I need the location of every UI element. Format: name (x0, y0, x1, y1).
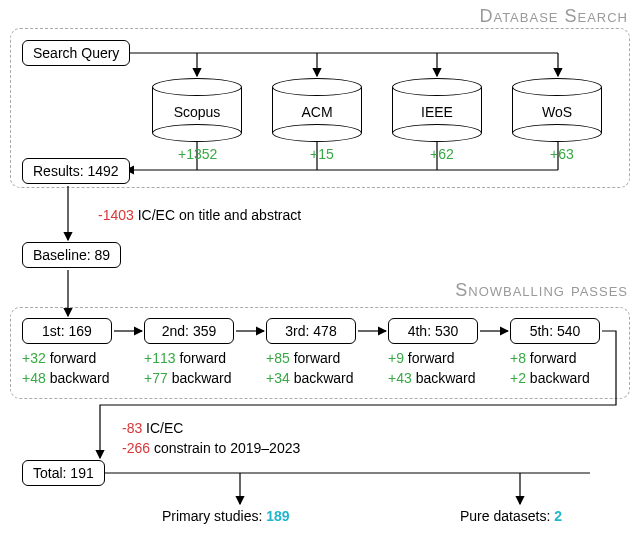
pass-1-node: 1st: 169 (22, 318, 112, 344)
pass-3-bwd: +34 backward (266, 370, 354, 386)
section-title-snowballing: Snowballing passes (455, 280, 628, 301)
db-scopus: Scopus (152, 78, 242, 142)
pass-5-bwd: +2 backward (510, 370, 590, 386)
db-acm-label: ACM (272, 104, 362, 120)
pure-datasets: Pure datasets: 2 (460, 508, 562, 524)
db-wos-count: +63 (550, 146, 574, 162)
pass-2-bwd: +77 backward (144, 370, 232, 386)
db-acm: ACM (272, 78, 362, 142)
icec-title-abstract: -1403 IC/EC on title and abstract (98, 207, 301, 223)
total-node: Total: 191 (22, 460, 105, 486)
pass-3-fwd: +85 forward (266, 350, 340, 366)
db-scopus-count: +1352 (178, 146, 217, 162)
baseline-node: Baseline: 89 (22, 242, 121, 268)
pass-4-node: 4th: 530 (388, 318, 478, 344)
icec-title-text: IC/EC on title and abstract (134, 207, 301, 223)
db-acm-count: +15 (310, 146, 334, 162)
pass-5-fwd: +8 forward (510, 350, 577, 366)
search-query-node: Search Query (22, 40, 130, 66)
pass-1-bwd: +48 backward (22, 370, 110, 386)
primary-studies: Primary studies: 189 (162, 508, 290, 524)
pass-5-node: 5th: 540 (510, 318, 600, 344)
pass-2-fwd: +113 forward (144, 350, 226, 366)
pass-2-node: 2nd: 359 (144, 318, 234, 344)
pass-4-fwd: +9 forward (388, 350, 455, 366)
db-ieee: IEEE (392, 78, 482, 142)
icec-second: -83 IC/EC (122, 420, 183, 436)
constrain-years: -266 constrain to 2019–2023 (122, 440, 300, 456)
db-scopus-label: Scopus (152, 104, 242, 120)
pass-1-fwd: +32 forward (22, 350, 96, 366)
db-ieee-count: +62 (430, 146, 454, 162)
pass-3-node: 3rd: 478 (266, 318, 356, 344)
db-wos-label: WoS (512, 104, 602, 120)
section-title-database-search: Database Search (479, 6, 628, 27)
db-wos: WoS (512, 78, 602, 142)
db-ieee-label: IEEE (392, 104, 482, 120)
pass-4-bwd: +43 backward (388, 370, 476, 386)
icec-title-count: -1403 (98, 207, 134, 223)
results-node: Results: 1492 (22, 158, 130, 184)
